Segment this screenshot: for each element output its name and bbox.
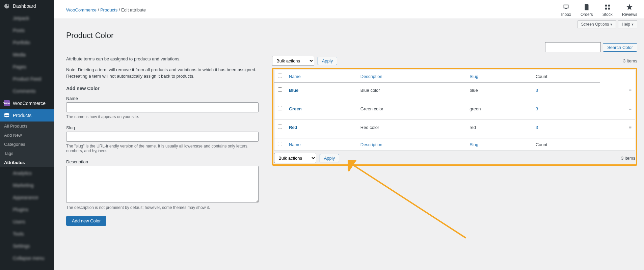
- term-link[interactable]: Blue: [289, 88, 298, 93]
- term-slug: green: [466, 101, 532, 120]
- apply-button-top[interactable]: Apply: [318, 57, 338, 65]
- sidebar-item-blur-11[interactable]: Users: [0, 216, 54, 228]
- col-description-foot[interactable]: Description: [357, 138, 466, 151]
- sidebar-label-woocommerce: WooCommerce: [13, 101, 46, 106]
- reviews-icon: [626, 3, 633, 11]
- sidebar-item-blur-8[interactable]: Marketing: [0, 179, 54, 191]
- sidebar-item-products[interactable]: Products: [0, 109, 54, 122]
- subnav-all-products[interactable]: All Products: [0, 122, 54, 131]
- sidebar-label-dashboard: Dashboard: [13, 3, 36, 9]
- select-all-bottom[interactable]: [278, 142, 282, 146]
- name-input[interactable]: [66, 102, 259, 112]
- add-term-form: Attribute terms can be assigned to produ…: [66, 56, 272, 226]
- stock-icon: [604, 3, 611, 11]
- breadcrumb-woocommerce[interactable]: WooCommerce: [66, 7, 97, 12]
- slug-input[interactable]: [66, 132, 259, 142]
- orders-icon: [583, 3, 590, 11]
- subnav-attributes[interactable]: Attributes: [0, 158, 54, 167]
- table-row: Green Green color green 3 ≡: [274, 101, 635, 120]
- apply-button-bottom[interactable]: Apply: [320, 154, 340, 162]
- drag-handle-icon[interactable]: ≡: [600, 83, 635, 101]
- sidebar-label-products: Products: [13, 113, 31, 118]
- term-count[interactable]: 3: [536, 125, 538, 130]
- drag-handle-icon[interactable]: ≡: [600, 101, 635, 120]
- sidebar-item-blur-4[interactable]: Pages: [0, 61, 54, 73]
- term-count[interactable]: 3: [536, 106, 538, 111]
- sidebar-item-dashboard[interactable]: Dashboard: [0, 0, 54, 12]
- sidebar-item-blur-2[interactable]: Portfolio: [0, 36, 54, 49]
- main-area: WooCommerce / Products / Edit attribute …: [54, 0, 644, 270]
- topbar: WooCommerce / Products / Edit attribute …: [54, 0, 644, 19]
- terms-table: Name Description Slug Count Blue Blue co…: [274, 70, 635, 151]
- col-slug[interactable]: Slug: [466, 70, 532, 83]
- col-count[interactable]: Count: [532, 70, 600, 83]
- sidebar-item-blur-3[interactable]: Media: [0, 49, 54, 61]
- items-count-bottom: 3 items: [621, 156, 635, 161]
- sidebar-item-blur-10[interactable]: Plugins: [0, 204, 54, 216]
- table-row: Blue Blue color blue 3 ≡: [274, 83, 635, 101]
- bulk-actions-select-top[interactable]: Bulk actions: [272, 56, 314, 66]
- topbar-orders[interactable]: Orders: [581, 3, 593, 17]
- subnav-add-new[interactable]: Add New: [0, 131, 54, 140]
- sidebar-item-blur-13[interactable]: Settings: [0, 240, 54, 252]
- woocommerce-icon: Woo: [3, 100, 10, 107]
- table-controls-top: Bulk actions Apply 3 items: [272, 56, 637, 66]
- drag-handle-icon[interactable]: ≡: [600, 120, 635, 138]
- search-input[interactable]: [545, 42, 601, 52]
- row-checkbox[interactable]: [278, 125, 282, 129]
- col-count-foot[interactable]: Count: [532, 138, 600, 151]
- screen-options-button[interactable]: Screen Options ▾: [578, 20, 616, 28]
- sidebar-item-woocommerce[interactable]: Woo WooCommerce: [0, 97, 54, 109]
- col-description[interactable]: Description: [357, 70, 466, 83]
- col-slug-foot[interactable]: Slug: [466, 138, 532, 151]
- screen-options-row: Screen Options ▾ Help ▾: [54, 19, 644, 28]
- term-count[interactable]: 3: [536, 88, 538, 93]
- topbar-inbox[interactable]: Inbox: [561, 3, 571, 17]
- terms-list-area: Bulk actions Apply 3 items Name Descript…: [272, 56, 637, 226]
- sidebar-item-blur-12[interactable]: Tools: [0, 228, 54, 240]
- breadcrumb-products[interactable]: Products: [100, 7, 117, 12]
- name-label: Name: [66, 96, 259, 101]
- col-name-foot[interactable]: Name: [286, 138, 357, 151]
- sidebar-item-blur-14[interactable]: Collapse menu: [0, 252, 54, 264]
- col-name[interactable]: Name: [286, 70, 357, 83]
- term-link[interactable]: Green: [289, 106, 302, 111]
- sidebar-item-blur-6[interactable]: Comments: [0, 85, 54, 97]
- description-help: The description is not prominent by defa…: [66, 205, 259, 210]
- term-slug: red: [466, 120, 532, 138]
- note-text: Note: Deleting a term will remove it fro…: [66, 66, 259, 80]
- description-label: Description: [66, 159, 259, 164]
- term-description: Green color: [357, 101, 466, 120]
- subnav-categories[interactable]: Categories: [0, 140, 54, 149]
- bulk-actions-select-bottom[interactable]: Bulk actions: [274, 153, 316, 163]
- select-all-top[interactable]: [278, 74, 282, 78]
- help-button[interactable]: Help ▾: [618, 20, 637, 28]
- dashboard-icon: [3, 3, 10, 9]
- name-help: The name is how it appears on your site.: [66, 114, 259, 119]
- slug-label: Slug: [66, 125, 259, 130]
- row-checkbox[interactable]: [278, 106, 282, 110]
- search-button[interactable]: Search Color: [603, 43, 637, 52]
- topbar-right: Inbox Orders Stock Reviews: [552, 3, 637, 17]
- sidebar-item-blur-9[interactable]: Appearance: [0, 191, 54, 204]
- table-row: Red Red color red 3 ≡: [274, 120, 635, 138]
- intro-text: Attribute terms can be assigned to produ…: [66, 56, 259, 62]
- products-icon: [3, 112, 10, 119]
- page-content: Product Color Search Color Attribute ter…: [54, 28, 644, 226]
- breadcrumb: WooCommerce / Products / Edit attribute: [66, 7, 146, 12]
- sidebar-item-blur-0[interactable]: Jetpack: [0, 12, 54, 24]
- topbar-stock[interactable]: Stock: [602, 3, 613, 17]
- row-checkbox[interactable]: [278, 87, 282, 92]
- sidebar-item-blur-5[interactable]: Product Feed: [0, 73, 54, 85]
- description-textarea[interactable]: [66, 166, 259, 203]
- table-controls-bottom: Bulk actions Apply 3 items: [274, 151, 635, 164]
- term-slug: blue: [466, 83, 532, 101]
- add-heading: Add new Color: [66, 86, 259, 91]
- sidebar-item-blur-1[interactable]: Posts: [0, 24, 54, 36]
- inbox-icon: [562, 3, 570, 11]
- add-new-color-button[interactable]: Add new Color: [66, 216, 106, 226]
- topbar-reviews[interactable]: Reviews: [622, 3, 637, 17]
- subnav-tags[interactable]: Tags: [0, 149, 54, 158]
- sidebar-item-blur-7[interactable]: Analytics: [0, 167, 54, 179]
- term-link[interactable]: Red: [289, 125, 297, 130]
